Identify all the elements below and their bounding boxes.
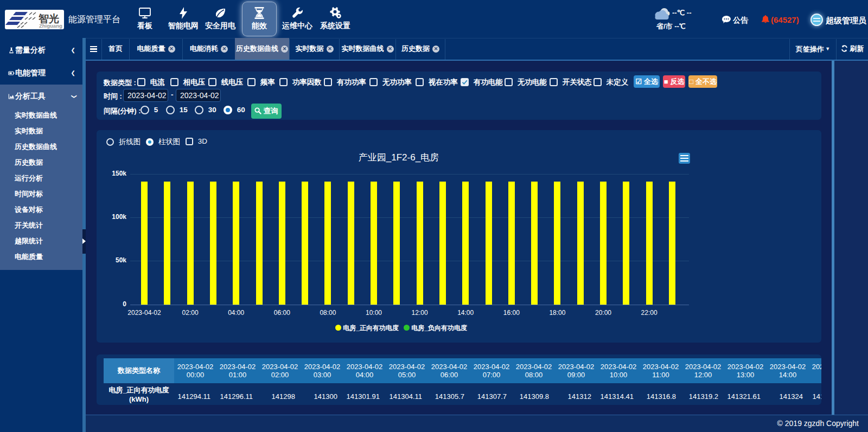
svg-text:Zhiguang: Zhiguang	[39, 23, 62, 29]
